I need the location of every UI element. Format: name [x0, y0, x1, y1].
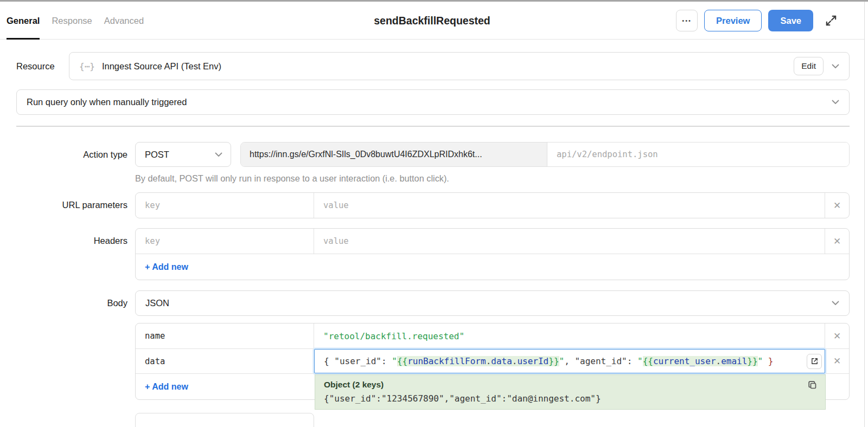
- header-value-input[interactable]: [314, 236, 825, 246]
- panel-right-border: [864, 2, 865, 427]
- add-header-link[interactable]: + Add new: [145, 262, 188, 272]
- expand-editor-icon: [810, 357, 819, 365]
- tab-response[interactable]: Response: [52, 2, 92, 40]
- remove-body-data-button[interactable]: ✕: [825, 349, 849, 373]
- url-param-value-cell: [314, 193, 825, 218]
- remove-body-name-button[interactable]: ✕: [825, 324, 849, 348]
- resource-select[interactable]: {⋯} Inngest Source API (Test Env) Edit: [69, 52, 850, 80]
- run-trigger-select[interactable]: Run query only when manually triggered: [16, 89, 850, 115]
- headers-addnew-row: + Add new: [136, 254, 849, 280]
- body-name-key[interactable]: name: [136, 324, 314, 348]
- fullscreen-expand-icon[interactable]: [824, 14, 838, 28]
- chevron-down-icon: [832, 64, 839, 69]
- tab-advanced[interactable]: Advanced: [104, 2, 144, 40]
- body-data-value-cell[interactable]: { "user_id": "{{runBackfillForm.data.use…: [314, 349, 825, 373]
- chevron-down-icon: [832, 100, 839, 105]
- header-key-input[interactable]: [136, 236, 314, 246]
- url-input-group: https://inn.gs/e/GrxfNl-SIls_0Dv8buwtU4I…: [240, 142, 850, 167]
- body-label: Body: [0, 290, 127, 316]
- save-button[interactable]: Save: [768, 10, 813, 31]
- header-actions: ••• Preview Save: [676, 10, 838, 31]
- url-base-prefix: https://inn.gs/e/GrxfNl-SIls_0Dv8buwtU4I…: [241, 143, 547, 166]
- close-icon: ✕: [833, 236, 841, 247]
- body-data-expression[interactable]: { "user_id": "{{runBackfillForm.data.use…: [315, 356, 797, 366]
- resource-label: Resource: [16, 52, 55, 80]
- evaluation-type: Object (2 keys): [324, 380, 816, 390]
- headers-group: ✕ + Add new: [135, 228, 850, 280]
- preview-button[interactable]: Preview: [704, 10, 762, 31]
- url-param-key-input[interactable]: [136, 200, 314, 210]
- headers-label: Headers: [0, 228, 127, 253]
- close-icon: ✕: [833, 331, 841, 342]
- url-parameters-label: URL parameters: [0, 192, 127, 217]
- body-type-select[interactable]: JSON: [135, 290, 850, 316]
- body-row-name: name "retool/backfill.requested" ✕: [136, 324, 849, 348]
- body-row-data: data { "user_id": "{{runBackfillForm.dat…: [136, 348, 849, 373]
- query-title: sendBackfillRequested: [374, 2, 490, 40]
- header-value-cell: [314, 229, 825, 254]
- url-param-value-input[interactable]: [314, 200, 825, 210]
- api-braces-icon: {⋯}: [79, 61, 95, 72]
- url-parameters-group: ✕: [135, 192, 850, 218]
- chevron-down-icon: [832, 301, 839, 306]
- action-type-row: Action type POST https://inn.gs/e/GrxfNl…: [0, 142, 868, 167]
- section-divider: [16, 126, 850, 127]
- remove-header-button[interactable]: ✕: [825, 229, 849, 254]
- editor-tabs: General Response Advanced: [7, 2, 156, 40]
- next-section-partial: [135, 413, 314, 427]
- run-trigger-value: Run query only when manually triggered: [27, 97, 187, 107]
- action-type-label: Action type: [0, 142, 127, 167]
- body-type-value: JSON: [145, 298, 169, 308]
- url-parameter-row: ✕: [136, 193, 849, 218]
- body-data-key[interactable]: data: [136, 349, 314, 373]
- query-editor-header: General Response Advanced sendBackfillRe…: [0, 2, 864, 40]
- more-options-button[interactable]: •••: [676, 10, 698, 31]
- header-row: ✕: [136, 229, 849, 254]
- body-name-value[interactable]: "retool/backfill.requested": [314, 331, 464, 341]
- open-expanded-editor-button[interactable]: [807, 354, 822, 369]
- query-editor-panel: General Response Advanced sendBackfillRe…: [0, 0, 868, 427]
- url-endpoint-input[interactable]: [547, 143, 849, 166]
- tab-general[interactable]: General: [7, 2, 40, 40]
- copy-icon[interactable]: [807, 380, 818, 391]
- evaluation-tooltip: Object (2 keys) {"user_id":"1234567890",…: [315, 374, 826, 410]
- resource-name: Inngest Source API (Test Env): [102, 61, 221, 72]
- close-icon: ✕: [833, 200, 841, 211]
- body-name-value-cell: "retool/backfill.requested": [314, 324, 825, 348]
- url-param-key-cell: [136, 193, 314, 218]
- http-method-select[interactable]: POST: [135, 142, 231, 167]
- close-icon: ✕: [833, 355, 841, 367]
- remove-url-param-button[interactable]: ✕: [825, 193, 849, 218]
- chevron-down-icon: [215, 152, 222, 157]
- add-body-field-link[interactable]: + Add new: [145, 382, 188, 392]
- edit-resource-button[interactable]: Edit: [794, 57, 824, 75]
- header-key-cell: [136, 229, 314, 254]
- evaluation-value: {"user_id":"1234567890","agent_id":"dan@…: [324, 393, 816, 404]
- ellipsis-icon: •••: [682, 17, 692, 24]
- post-helper-text: By default, POST will only run in respon…: [135, 173, 449, 184]
- http-method-value: POST: [145, 150, 169, 160]
